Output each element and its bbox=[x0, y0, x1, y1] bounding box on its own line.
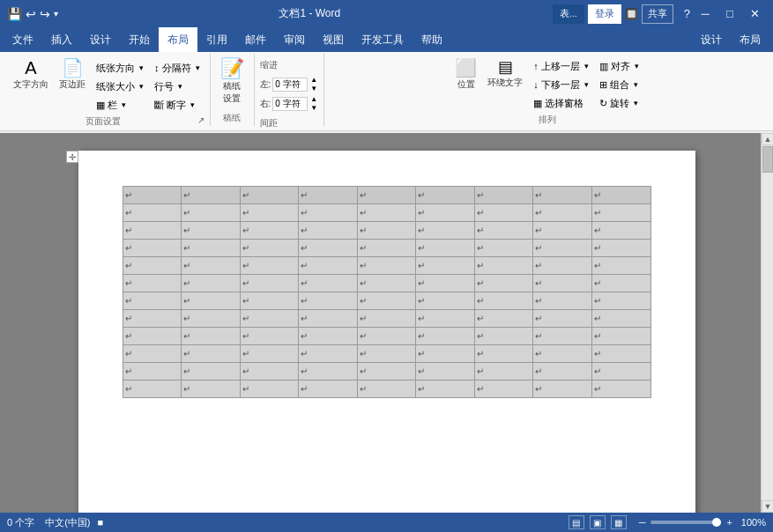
menu-file[interactable]: 文件 bbox=[4, 27, 42, 52]
table-cell[interactable]: ↵ bbox=[357, 222, 416, 240]
table-cell[interactable]: ↵ bbox=[591, 222, 650, 240]
table-cell[interactable]: ↵ bbox=[123, 240, 182, 257]
table-cell[interactable]: ↵ bbox=[416, 275, 475, 292]
group-button[interactable]: ⊞ 组合 bbox=[595, 76, 643, 93]
table-cell[interactable]: ↵ bbox=[357, 328, 416, 345]
table-cell[interactable]: ↵ bbox=[123, 275, 182, 292]
table-cell[interactable]: ↵ bbox=[416, 292, 475, 310]
menu-design[interactable]: 设计 bbox=[81, 27, 120, 52]
table-cell[interactable]: ↵ bbox=[533, 292, 592, 310]
menu-review[interactable]: 审阅 bbox=[275, 27, 314, 52]
table-cell[interactable]: ↵ bbox=[123, 222, 182, 240]
table-cell[interactable]: ↵ bbox=[474, 292, 533, 310]
table-cell[interactable]: ↵ bbox=[182, 240, 241, 257]
menu-view[interactable]: 视图 bbox=[314, 27, 353, 52]
table-cell[interactable]: ↵ bbox=[182, 292, 241, 310]
zoom-percent[interactable]: 100% bbox=[741, 517, 766, 528]
menu-insert[interactable]: 插入 bbox=[42, 27, 81, 52]
table-cell[interactable]: ↵ bbox=[240, 257, 299, 275]
table-cell[interactable]: ↵ bbox=[416, 310, 475, 328]
table-cell[interactable]: ↵ bbox=[240, 381, 299, 398]
table-cell[interactable]: ↵ bbox=[123, 187, 182, 204]
share-icon[interactable]: 🔲 bbox=[625, 8, 638, 20]
table-cell[interactable]: ↵ bbox=[474, 222, 533, 240]
menu-help[interactable]: 帮助 bbox=[413, 27, 451, 52]
table-cell[interactable]: ↵ bbox=[591, 310, 650, 328]
table-cell[interactable]: ↵ bbox=[182, 381, 241, 398]
table-cell[interactable]: ↵ bbox=[299, 222, 358, 240]
table-cell[interactable]: ↵ bbox=[533, 328, 592, 345]
table-cell[interactable]: ↵ bbox=[357, 345, 416, 363]
margins-button[interactable]: 📄 页边距 bbox=[55, 55, 90, 94]
ribbon-toggle-button[interactable]: 表... bbox=[553, 4, 584, 24]
page-setup-launcher[interactable]: ↗ bbox=[197, 115, 204, 125]
table-cell[interactable]: ↵ bbox=[182, 363, 241, 381]
table-cell[interactable]: ↵ bbox=[240, 310, 299, 328]
table-cell[interactable]: ↵ bbox=[357, 381, 416, 398]
table-cell[interactable]: ↵ bbox=[240, 187, 299, 204]
table-cell[interactable]: ↵ bbox=[357, 275, 416, 292]
zoom-slider-thumb[interactable] bbox=[712, 518, 721, 527]
table-cell[interactable]: ↵ bbox=[474, 187, 533, 204]
help-button[interactable]: ? bbox=[684, 7, 690, 20]
menu-start[interactable]: 开始 bbox=[120, 27, 159, 52]
web-layout-view-button[interactable]: ▦ bbox=[611, 515, 627, 529]
table-cell[interactable]: ↵ bbox=[416, 363, 475, 381]
table-cell[interactable]: ↵ bbox=[416, 257, 475, 275]
table-cell[interactable]: ↵ bbox=[533, 363, 592, 381]
scroll-up-arrow[interactable]: ▲ bbox=[762, 133, 773, 145]
table-cell[interactable]: ↵ bbox=[123, 310, 182, 328]
table-cell[interactable]: ↵ bbox=[591, 292, 650, 310]
table-cell[interactable]: ↵ bbox=[299, 381, 358, 398]
indent-left-down[interactable]: ▼ bbox=[309, 85, 318, 93]
table-cell[interactable]: ↵ bbox=[299, 240, 358, 257]
paper-size-button[interactable]: 纸张大小 bbox=[92, 78, 148, 95]
table-cell[interactable]: ↵ bbox=[299, 187, 358, 204]
table-cell[interactable]: ↵ bbox=[591, 275, 650, 292]
line-numbers-button[interactable]: 行号 bbox=[150, 78, 204, 95]
table-cell[interactable]: ↵ bbox=[591, 328, 650, 345]
scroll-thumb[interactable] bbox=[762, 146, 773, 173]
select-pane-button[interactable]: ▦ 选择窗格 bbox=[529, 94, 593, 112]
table-cell[interactable]: ↵ bbox=[474, 204, 533, 222]
menu-table-layout[interactable]: 布局 bbox=[731, 27, 769, 52]
table-cell[interactable]: ↵ bbox=[533, 240, 592, 257]
table-cell[interactable]: ↵ bbox=[299, 363, 358, 381]
table-cell[interactable]: ↵ bbox=[299, 310, 358, 328]
table-cell[interactable]: ↵ bbox=[416, 345, 475, 363]
table-cell[interactable]: ↵ bbox=[474, 275, 533, 292]
undo-icon[interactable]: ↩ bbox=[26, 7, 36, 21]
table-cell[interactable]: ↵ bbox=[474, 328, 533, 345]
indent-right-down[interactable]: ▼ bbox=[309, 104, 318, 113]
table-cell[interactable]: ↵ bbox=[533, 222, 592, 240]
table-cell[interactable]: ↵ bbox=[182, 222, 241, 240]
breaks-button[interactable]: ↕ 分隔符 bbox=[150, 59, 204, 77]
table-cell[interactable]: ↵ bbox=[123, 328, 182, 345]
table-cell[interactable]: ↵ bbox=[123, 381, 182, 398]
table-cell[interactable]: ↵ bbox=[591, 363, 650, 381]
customize-quick-access-icon[interactable]: ▾ bbox=[54, 9, 58, 18]
table-cell[interactable]: ↵ bbox=[474, 257, 533, 275]
table-cell[interactable]: ↵ bbox=[416, 204, 475, 222]
zoom-out-button[interactable]: ─ bbox=[639, 517, 646, 528]
table-cell[interactable]: ↵ bbox=[533, 257, 592, 275]
menu-mail[interactable]: 邮件 bbox=[236, 27, 275, 52]
hyphenation-button[interactable]: 斷 断字 bbox=[150, 96, 204, 114]
table-cell[interactable]: ↵ bbox=[533, 310, 592, 328]
table-cell[interactable]: ↵ bbox=[240, 222, 299, 240]
paper-orientation-button[interactable]: 纸张方向 bbox=[92, 59, 148, 77]
indent-left-up[interactable]: ▲ bbox=[309, 76, 318, 85]
table-cell[interactable]: ↵ bbox=[591, 381, 650, 398]
table-cell[interactable]: ↵ bbox=[533, 187, 592, 204]
minimize-button[interactable]: ─ bbox=[694, 3, 717, 26]
table-cell[interactable]: ↵ bbox=[299, 257, 358, 275]
table-cell[interactable]: ↵ bbox=[474, 240, 533, 257]
indent-left-input[interactable] bbox=[272, 78, 308, 92]
restore-button[interactable]: □ bbox=[718, 3, 741, 26]
close-button[interactable]: ✕ bbox=[743, 3, 766, 26]
zoom-slider[interactable] bbox=[650, 521, 721, 524]
menu-developer[interactable]: 开发工具 bbox=[353, 27, 413, 52]
table-cell[interactable]: ↵ bbox=[182, 328, 241, 345]
table-cell[interactable]: ↵ bbox=[182, 345, 241, 363]
table-cell[interactable]: ↵ bbox=[182, 187, 241, 204]
